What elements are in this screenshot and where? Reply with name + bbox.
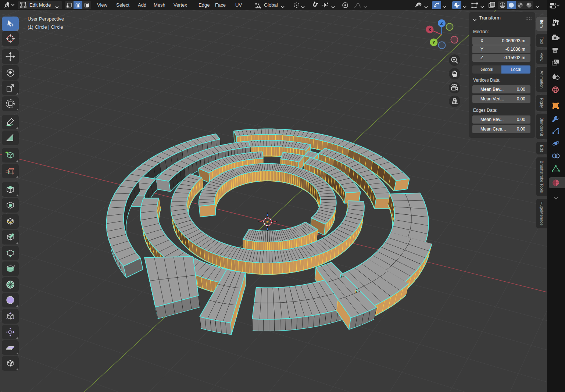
svg-text:X: X (428, 27, 431, 32)
svg-text:Z: Z (440, 21, 443, 26)
svg-text:Y: Y (432, 40, 435, 45)
